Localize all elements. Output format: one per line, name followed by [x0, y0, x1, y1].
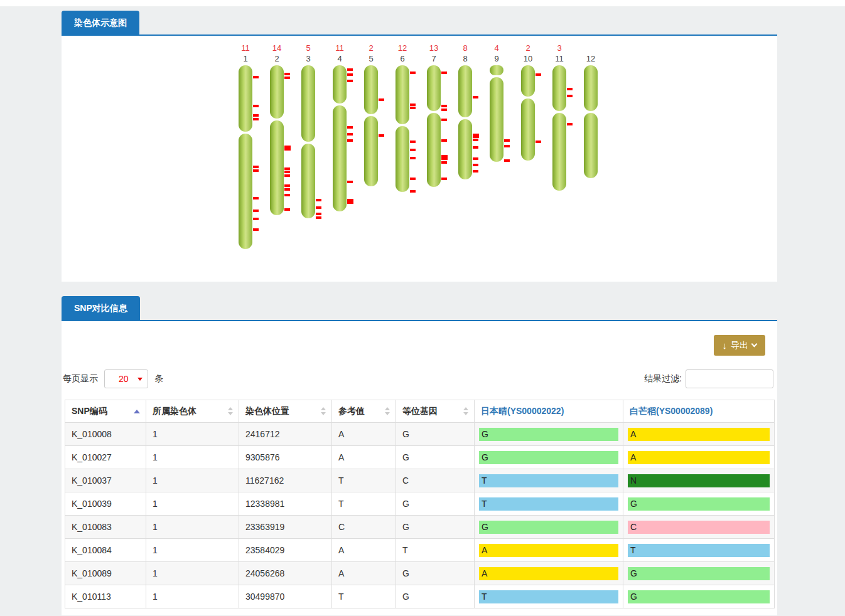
snp-id-cell: K_010008: [65, 423, 146, 446]
snp-position-mark: [284, 73, 290, 75]
snp-position-mark: [473, 164, 478, 166]
chromosome-snp-count: 13: [427, 43, 441, 53]
chromosome-body: [490, 65, 503, 162]
export-button[interactable]: ↓ 导出: [714, 335, 766, 356]
snp-position-mark: [253, 228, 259, 231]
sample-column-header[interactable]: 日本晴(YS00002022): [475, 400, 623, 423]
chromosome-lower-arm: [584, 113, 598, 178]
tab-snp-comparison[interactable]: SNP对比信息: [62, 296, 140, 320]
snp-position-mark: [284, 146, 291, 151]
chromosome-2: 142: [270, 43, 284, 215]
chromosome-number-label: 3: [301, 53, 315, 64]
filter-group: 结果过滤:: [644, 369, 773, 388]
snp-position-mark: [473, 146, 478, 149]
snp-position-mark: [504, 159, 510, 162]
sample1-genotype-cell: T: [475, 585, 623, 608]
chromosome-body: [364, 65, 378, 186]
column-header-label: SNP编码: [72, 406, 107, 416]
chromosome-8: 88: [458, 43, 472, 179]
snp-position-mark: [473, 139, 478, 141]
snp-position-mark: [410, 149, 416, 151]
snp-position-mark: [473, 96, 478, 98]
snp-id-cell: K_010084: [65, 539, 146, 562]
sample2-genotype-cell: G: [623, 585, 775, 608]
page-size-suffix-label: 条: [154, 373, 163, 385]
snp-tabbar: SNP对比信息: [62, 296, 777, 321]
chromosome-cell: 1: [146, 492, 239, 516]
genotype-bar: G: [479, 428, 618, 441]
chromosome-lower-arm: [490, 77, 503, 162]
snp-position-mark: [410, 178, 416, 180]
chromosome-snp-count: 3: [552, 43, 566, 53]
snp-position-mark: [253, 210, 259, 212]
allele-cell: G: [396, 562, 475, 585]
chromosome-cell: 1: [146, 585, 239, 608]
column-header[interactable]: SNP编码: [65, 400, 146, 423]
chromosome-body: [521, 65, 535, 161]
chromosome-cell: 1: [146, 562, 239, 585]
chromosome-upper-arm: [584, 65, 598, 111]
table-row: K_010113130499870TGTG: [65, 585, 775, 608]
chromosome-7: 137: [427, 43, 441, 187]
sample2-genotype-cell: A: [623, 446, 775, 469]
result-filter-input[interactable]: [686, 369, 773, 388]
position-cell: 12338981: [239, 492, 332, 516]
chromosome-upper-arm: [427, 65, 441, 111]
column-header[interactable]: 等位基因: [396, 400, 475, 423]
chromosome-11: 311: [552, 43, 566, 191]
chromosome-snp-count: 14: [270, 43, 284, 53]
sort-icon: [385, 407, 390, 415]
chevron-down-icon: [751, 341, 758, 348]
snp-position-mark: [441, 105, 447, 107]
snp-position-mark: [567, 95, 573, 97]
chromosome-cell: 1: [146, 423, 239, 446]
sample2-genotype-cell: T: [623, 539, 775, 562]
chromosome-upper-arm: [270, 65, 284, 119]
snp-position-mark: [473, 170, 478, 173]
chromosome-upper-arm: [458, 65, 472, 117]
snp-position-mark: [567, 88, 573, 90]
allele-cell: T: [396, 539, 475, 562]
snp-position-mark: [347, 126, 353, 129]
chromosome-number-label: 4: [333, 53, 347, 64]
snp-position-mark: [567, 123, 573, 125]
chromosome-body: [301, 65, 315, 218]
chromosome-diagram-panel: 1111425311425126137884921031112: [62, 36, 777, 282]
sort-icon: [463, 407, 468, 415]
snp-id-cell: K_010037: [65, 469, 146, 492]
snp-position-mark: [347, 80, 353, 82]
snp-position-mark: [379, 134, 384, 137]
chromosome-5: 25: [364, 43, 378, 186]
sample-column-header[interactable]: 白芒稻(YS00002089): [623, 400, 775, 423]
chromosome-body: [552, 65, 566, 191]
snp-position-mark: [253, 114, 259, 117]
sample1-genotype-cell: A: [475, 539, 623, 562]
snp-position-mark: [284, 171, 290, 173]
tab-chromosome-schematic[interactable]: 染色体示意图: [62, 11, 139, 35]
column-header[interactable]: 所属染色体: [146, 400, 239, 423]
column-header[interactable]: 染色体位置: [239, 400, 332, 423]
sample2-genotype-cell: C: [623, 516, 775, 539]
chromosome-number-label: 11: [552, 53, 566, 64]
genotype-bar: T: [479, 590, 618, 603]
column-header[interactable]: 参考值: [332, 400, 396, 423]
snp-position-mark: [253, 218, 259, 220]
chromosome-snp-count: 12: [396, 43, 409, 53]
chromosome-upper-arm: [552, 65, 566, 111]
snp-position-mark: [253, 166, 259, 168]
chromosome-snp-count: [584, 43, 598, 53]
chromosome-3: 53: [301, 43, 315, 218]
allele-cell: G: [396, 492, 475, 516]
allele-cell: G: [396, 446, 475, 469]
genotype-bar: G: [628, 567, 770, 580]
page-size-select[interactable]: 20: [104, 369, 148, 388]
snp-position-mark: [441, 72, 447, 74]
chromosome-number-label: 5: [364, 53, 378, 64]
chromosome-upper-arm: [333, 65, 347, 104]
snp-position-mark: [410, 157, 416, 159]
chromosome-number-label: 2: [270, 53, 284, 64]
chromosome-snp-count: 8: [458, 43, 472, 53]
genotype-bar: A: [479, 567, 618, 580]
column-header-label: 参考值: [338, 406, 365, 416]
snp-position-mark: [347, 199, 353, 204]
